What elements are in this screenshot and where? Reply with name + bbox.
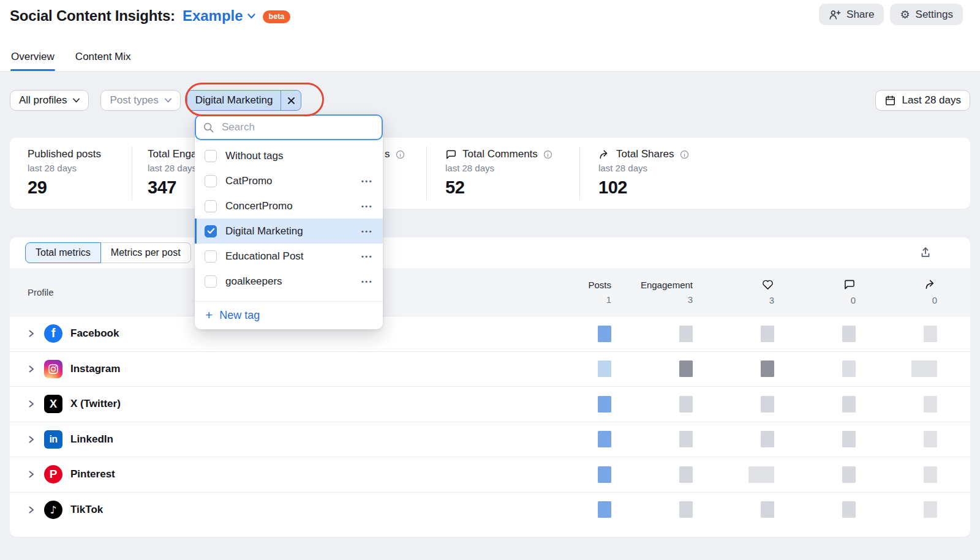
info-icon[interactable] xyxy=(680,150,689,159)
metric-bar xyxy=(598,396,611,413)
metric-cell xyxy=(693,422,774,457)
metric-bar xyxy=(911,360,937,377)
tab-overview[interactable]: Overview xyxy=(10,51,55,71)
checkbox[interactable] xyxy=(205,200,217,212)
tag-option[interactable]: ConcertPromo••• xyxy=(195,193,383,218)
instagram-icon xyxy=(44,360,62,378)
more-options-icon[interactable]: ••• xyxy=(361,203,373,210)
table-row: PPinterest xyxy=(10,457,970,492)
metric-cell xyxy=(530,316,611,351)
profiles-filter-dropdown[interactable]: All profiles xyxy=(10,90,89,111)
metric-bar xyxy=(598,466,611,483)
remove-tag-filter-button[interactable] xyxy=(281,91,301,110)
gear-icon: ⚙ xyxy=(900,9,910,20)
metric-bar xyxy=(761,431,774,447)
metric-bar xyxy=(679,396,693,413)
metric-bar xyxy=(679,326,693,342)
metric-cell xyxy=(856,387,937,422)
total-metrics-toggle[interactable]: Total metrics xyxy=(25,242,101,263)
tag-option[interactable]: Educational Post••• xyxy=(195,244,383,269)
tag-option[interactable]: Without tags xyxy=(195,143,383,168)
comment-icon xyxy=(843,278,856,291)
profiles-filter-label: All profiles xyxy=(19,94,67,106)
close-icon xyxy=(287,97,295,105)
posts-column-label: Posts xyxy=(588,280,611,290)
chevron-down-icon xyxy=(165,98,172,103)
stat-title: Total Shares xyxy=(616,148,674,160)
expand-chevron-right-icon[interactable] xyxy=(28,400,44,408)
more-options-icon[interactable]: ••• xyxy=(361,228,373,235)
stat-subtitle: last 28 days xyxy=(445,163,552,173)
tab-content-mix[interactable]: Content Mix xyxy=(75,51,132,71)
share-button[interactable]: Share xyxy=(819,4,884,25)
export-icon xyxy=(919,246,932,259)
more-options-icon[interactable]: ••• xyxy=(361,253,373,260)
stat-value: 102 xyxy=(598,177,689,198)
shares-column-total: 0 xyxy=(932,295,937,305)
tag-search xyxy=(195,114,383,140)
table-row: ♪TikTok xyxy=(10,492,970,528)
person-plus-icon xyxy=(829,9,841,20)
expand-chevron-right-icon[interactable] xyxy=(28,435,44,444)
tag-option-label: ConcertPromo xyxy=(225,200,293,212)
profile-cell: Instagram xyxy=(28,360,530,378)
more-options-icon[interactable]: ••• xyxy=(361,278,373,285)
stat-value: 29 xyxy=(28,177,101,198)
project-selector[interactable]: Example xyxy=(183,7,255,24)
checkbox[interactable] xyxy=(205,275,217,288)
tag-option[interactable]: Digital Marketing••• xyxy=(195,218,383,244)
expand-chevron-right-icon[interactable] xyxy=(28,329,44,338)
metric-cell xyxy=(774,352,856,387)
metrics-per-post-toggle[interactable]: Metrics per post xyxy=(101,242,191,263)
tag-option[interactable]: CatPromo••• xyxy=(195,168,383,193)
metric-cell xyxy=(530,352,611,387)
metric-bar xyxy=(679,466,693,483)
metric-cell xyxy=(856,316,937,351)
facebook-icon: f xyxy=(44,324,62,343)
platform-name: LinkedIn xyxy=(70,433,113,446)
table-row: fFacebook xyxy=(10,316,970,351)
stat-partially-hidden: s xyxy=(385,148,405,160)
expand-chevron-right-icon[interactable] xyxy=(28,365,44,373)
tag-option[interactable]: goalkeepers••• xyxy=(195,269,383,294)
metric-cell xyxy=(774,422,856,457)
metric-bar xyxy=(842,360,856,377)
profile-cell: inLinkedIn xyxy=(28,430,530,449)
metric-cell xyxy=(774,493,856,528)
date-range-button[interactable]: Last 28 days xyxy=(875,90,970,111)
expand-chevron-right-icon[interactable] xyxy=(28,506,44,514)
info-icon[interactable] xyxy=(543,150,552,159)
page-title: Social Content Insights: xyxy=(10,7,175,24)
shares-column-header: 0 xyxy=(856,268,937,316)
metric-bar xyxy=(598,360,611,377)
new-tag-button[interactable]: + New tag xyxy=(195,301,383,329)
plus-icon: + xyxy=(205,308,213,321)
expand-chevron-right-icon[interactable] xyxy=(28,470,44,479)
engagement-column-label: Engagement xyxy=(641,280,693,290)
divider xyxy=(132,146,132,200)
metric-cell xyxy=(611,457,693,492)
settings-button[interactable]: ⚙ Settings xyxy=(890,4,963,25)
metric-cell xyxy=(774,457,856,492)
profile-cell: ♪TikTok xyxy=(28,501,530,519)
tag-option-label: Educational Post xyxy=(225,250,304,263)
checked-checkbox[interactable] xyxy=(205,225,217,237)
top-bar: Social Content Insights: Example beta Sh… xyxy=(0,0,980,72)
more-options-icon[interactable]: ••• xyxy=(361,177,373,185)
tag-search-input[interactable] xyxy=(195,114,383,140)
tag-option-label: CatPromo xyxy=(225,175,273,187)
share-icon xyxy=(598,149,611,160)
metrics-view-toggle: Total metrics Metrics per post xyxy=(25,242,191,263)
info-icon[interactable] xyxy=(396,150,405,159)
checkbox[interactable] xyxy=(205,150,217,162)
export-button[interactable] xyxy=(919,246,932,259)
checkbox[interactable] xyxy=(205,175,217,187)
post-types-filter-dropdown[interactable]: Post types xyxy=(100,90,180,111)
metric-bar xyxy=(679,501,693,518)
checkbox[interactable] xyxy=(205,250,217,263)
metric-bar xyxy=(598,501,611,518)
stat-subtitle: last 28 days xyxy=(598,163,689,173)
tag-filter-chip[interactable]: Digital Marketing xyxy=(187,90,302,111)
profile-cell: PPinterest xyxy=(28,465,530,483)
share-icon xyxy=(924,278,937,291)
